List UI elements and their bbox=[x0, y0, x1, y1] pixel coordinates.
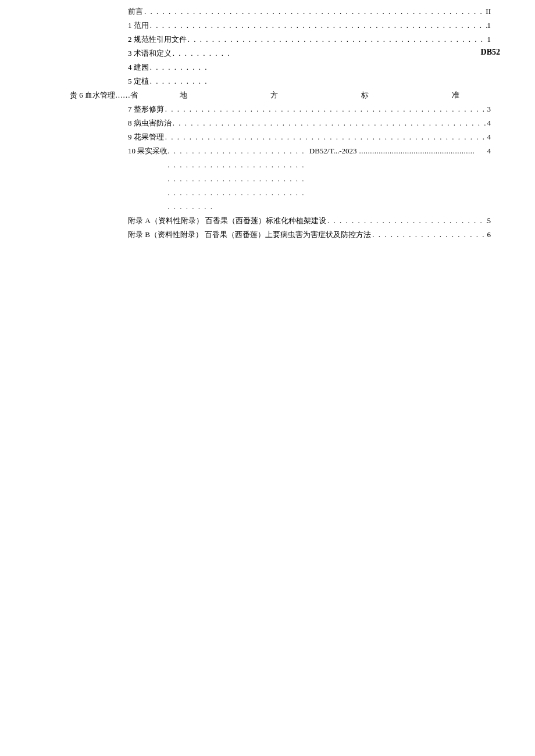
leader-dots: . . . . . . . . . . . . . . . . . . . . … bbox=[167, 144, 307, 214]
leader-dots: . . . . . . . . . . bbox=[149, 74, 209, 88]
toc-entry: 9 花果管理 . . . . . . . . . . . . . . . . .… bbox=[128, 130, 491, 144]
toc-entry: 前言 . . . . . . . . . . . . . . . . . . .… bbox=[128, 5, 491, 19]
leader-dots: . . . . . . . . . . . . . . . . . . . . … bbox=[172, 116, 487, 130]
leader-dots: . . . . . . . . . . . . . . . . . . . . … bbox=[326, 214, 487, 228]
toc-page-number: 6 bbox=[487, 228, 491, 242]
toc-label: 1 范用 bbox=[128, 19, 149, 33]
province-char: 方 bbox=[270, 88, 278, 102]
province-char: 标 bbox=[361, 88, 369, 102]
toc-label: 2 规范性引用文件 bbox=[128, 33, 187, 46]
province-char: 地 bbox=[180, 88, 187, 102]
toc-page-number: 4 bbox=[487, 130, 491, 144]
toc-entry: 5 定植 . . . . . . . . . . bbox=[128, 74, 491, 88]
toc-entry: 8 病虫害防治 . . . . . . . . . . . . . . . . … bbox=[128, 116, 491, 130]
toc-entry: 1 范用 . . . . . . . . . . . . . . . . . .… bbox=[128, 19, 491, 33]
code-db52: DB52 bbox=[481, 48, 500, 57]
toc-label: 4 建园 bbox=[128, 60, 149, 74]
toc-page-number: 1 bbox=[487, 19, 491, 33]
toc-entry-appendix: 附录 A（资料性附录） 百香果（西番莲）标准化种植架建设 . . . . . .… bbox=[128, 214, 491, 228]
toc-label: 附录 B（资料性附录） 百香果（西番莲）上要病虫害为害症状及防控方法 bbox=[128, 228, 371, 242]
leader-dots: ........................................… bbox=[359, 144, 487, 158]
toc-entry-with-code: 10 果实采收 . . . . . . . . . . . . . . . . … bbox=[128, 144, 491, 214]
toc-label: 5 定植 bbox=[128, 74, 149, 88]
leader-dots: . . . . . . . . . . . . . . . . . . . . … bbox=[371, 228, 487, 242]
toc-page-number: II bbox=[486, 5, 491, 19]
province-char: 准 bbox=[452, 88, 459, 102]
toc-entry-appendix: 附录 B（资料性附录） 百香果（西番莲）上要病虫害为害症状及防控方法 . . .… bbox=[128, 228, 491, 242]
toc-page-number: 4 bbox=[487, 116, 491, 130]
leader-dots: . . . . . . . . . . bbox=[172, 46, 232, 60]
leader-dots: . . . . . . . . . . . . . . . . . . . . … bbox=[164, 130, 487, 144]
toc-entry: 3 术语和定义 . . . . . . . . . . bbox=[128, 46, 491, 60]
province-prefix: 贵 6 血水管理……省 bbox=[70, 88, 138, 102]
leader-dots: . . . . . . . . . . bbox=[149, 60, 209, 74]
toc-entry: 4 建园 . . . . . . . . . . bbox=[128, 60, 491, 74]
leader-dots: . . . . . . . . . . . . . . . . . . . . … bbox=[143, 5, 486, 19]
toc-label: 附录 A（资料性附录） 百香果（西番莲）标准化种植架建设 bbox=[128, 214, 326, 228]
province-spaced: 地 方 标 准 bbox=[138, 88, 501, 102]
toc-label: 7 整形修剪 bbox=[128, 102, 164, 116]
toc-page-number: 3 bbox=[487, 102, 491, 116]
toc-page-number: 4 bbox=[487, 144, 491, 158]
toc-page-number: 5 bbox=[487, 214, 491, 228]
toc-label: 9 花果管理 bbox=[128, 130, 164, 144]
leader-dots: . . . . . . . . . . . . . . . . . . . . … bbox=[149, 19, 487, 33]
toc-label: 3 术语和定义 bbox=[128, 46, 172, 60]
province-standard-line: 贵 6 血水管理……省 地 方 标 准 bbox=[0, 88, 535, 102]
toc-page-number: 1 bbox=[487, 33, 491, 46]
leader-dots: . . . . . . . . . . . . . . . . . . . . … bbox=[187, 33, 487, 46]
toc-label: 8 病虫害防治 bbox=[128, 116, 172, 130]
toc-entry: 2 规范性引用文件 . . . . . . . . . . . . . . . … bbox=[128, 33, 491, 46]
leader-dots: . . . . . . . . . . . . . . . . . . . . … bbox=[164, 102, 487, 116]
document-page: DB52 前言 . . . . . . . . . . . . . . . . … bbox=[0, 0, 535, 242]
toc-label: 前言 bbox=[128, 5, 143, 19]
standard-code: DB52/T...-2023 bbox=[307, 144, 359, 158]
toc-entry: 7 整形修剪 . . . . . . . . . . . . . . . . .… bbox=[128, 102, 491, 116]
toc-label: 10 果实采收 bbox=[128, 144, 167, 158]
